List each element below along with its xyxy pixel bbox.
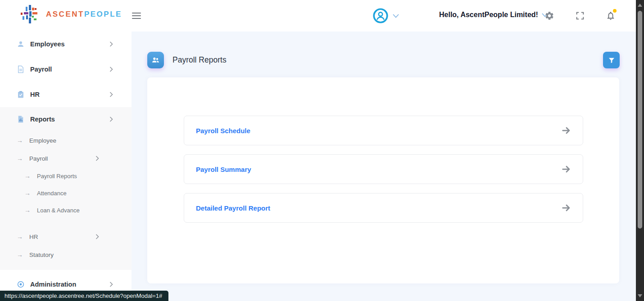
- sidebar-item-label: Employees: [30, 40, 65, 48]
- brand-logo[interactable]: ASCENTPEOPLE: [20, 4, 122, 25]
- sidebar-subitem-label: Loan & Advance: [37, 207, 80, 214]
- sidebar-subitem-attendance[interactable]: → Attendance: [0, 184, 132, 202]
- sidebar-subitem-label: Payroll: [29, 155, 48, 162]
- chevron-right-icon: [109, 41, 113, 47]
- card-link-label[interactable]: Payroll Schedule: [196, 127, 250, 135]
- target-icon: [17, 280, 25, 288]
- card-payroll-schedule[interactable]: Payroll Schedule: [184, 116, 583, 145]
- chevron-right-icon: [95, 234, 99, 239]
- sidebar-subitem-label: Statutory: [29, 252, 54, 258]
- arrow-right-icon: →: [17, 251, 23, 258]
- sidebar-subitem-label: HR: [29, 234, 38, 240]
- greeting-dropdown[interactable]: Hello, AscentPeople Limited!: [439, 11, 548, 19]
- sidebar-subitem-label: Attendance: [37, 190, 67, 197]
- sidebar-subitem-payroll[interactable]: → Payroll: [0, 149, 132, 167]
- sidebar-item-label: Payroll: [30, 66, 52, 73]
- funnel-icon: [608, 57, 615, 64]
- sidebar-item-reports[interactable]: Reports: [0, 107, 132, 131]
- sidebar-item-employees[interactable]: Employees: [0, 31, 132, 57]
- browser-status-url: https://ascentpeople.ascentree.net/Sched…: [0, 291, 168, 301]
- report-card-list: Payroll Schedule Payroll Summary: [147, 77, 619, 223]
- notification-dot: [613, 9, 617, 13]
- user-icon: [17, 40, 25, 48]
- brand-name: ASCENTPEOPLE: [46, 10, 122, 19]
- reports-panel: Payroll Schedule Payroll Summary: [147, 77, 619, 283]
- chevron-right-icon: [109, 67, 113, 72]
- greeting-text: Hello, AscentPeople Limited!: [439, 11, 538, 19]
- notifications-bell-icon[interactable]: [606, 11, 616, 21]
- top-header: ASCENTPEOPLE Hello, AscentPeople Limited…: [0, 0, 636, 31]
- brand-logo-icon: [20, 4, 40, 25]
- sidebar-nav: Employees Payroll HR: [0, 31, 132, 301]
- sidebar-subitem-label: Employee: [29, 137, 56, 144]
- report-chart-icon: [17, 115, 25, 123]
- scroll-up-arrow-icon[interactable]: [638, 4, 642, 7]
- card-payroll-summary[interactable]: Payroll Summary: [184, 154, 583, 184]
- scrollbar-thumb[interactable]: [638, 11, 642, 229]
- main-content: Payroll Reports Payroll Schedule: [132, 31, 636, 301]
- arrow-right-icon: →: [17, 137, 23, 144]
- spacer: [0, 219, 132, 228]
- sidebar-item-label: HR: [30, 91, 40, 98]
- card-link-label[interactable]: Detailed Payroll Report: [196, 204, 270, 212]
- arrow-right-icon: →: [17, 155, 23, 162]
- scroll-down-arrow-icon[interactable]: [638, 294, 642, 297]
- arrow-right-icon[interactable]: [561, 126, 571, 135]
- sidebar-subitem-payroll-reports[interactable]: → Payroll Reports: [0, 167, 132, 184]
- page-header: Payroll Reports: [147, 52, 620, 68]
- sidebar-subitem-employee[interactable]: → Employee: [0, 131, 132, 149]
- settings-gear-icon[interactable]: [544, 11, 554, 21]
- user-avatar-icon: [373, 8, 388, 23]
- clipboard-check-icon: [17, 90, 25, 99]
- fullscreen-icon[interactable]: [575, 11, 585, 21]
- brand-name-people: PEOPLE: [84, 10, 122, 18]
- document-icon: [17, 65, 25, 73]
- chevron-down-icon: [393, 14, 399, 18]
- sidebar-item-label: Reports: [30, 116, 55, 123]
- chevron-right-icon: [109, 92, 113, 97]
- arrow-right-icon[interactable]: [561, 203, 571, 213]
- profile-menu[interactable]: [373, 8, 399, 23]
- sidebar-item-payroll[interactable]: Payroll: [0, 57, 132, 82]
- brand-name-ascent: ASCENT: [46, 10, 84, 18]
- sidebar-subitem-hr[interactable]: → HR: [0, 228, 132, 246]
- card-detailed-payroll-report[interactable]: Detailed Payroll Report: [184, 193, 583, 223]
- chevron-right-icon: [95, 156, 99, 161]
- sidebar-subitem-statutory[interactable]: → Statutory: [0, 246, 132, 264]
- sidebar-reports-section: Reports → Employee → Payroll → Payroll R…: [0, 107, 132, 270]
- page-title: Payroll Reports: [172, 55, 227, 65]
- menu-toggle-icon[interactable]: [132, 13, 141, 19]
- card-link-label[interactable]: Payroll Summary: [196, 166, 251, 173]
- arrow-right-icon: →: [17, 233, 23, 240]
- arrow-right-icon: →: [24, 207, 31, 214]
- app-window: ASCENTPEOPLE Hello, AscentPeople Limited…: [0, 0, 644, 301]
- filter-button[interactable]: [603, 52, 620, 68]
- arrow-right-icon: →: [24, 172, 31, 180]
- people-group-icon: [147, 52, 164, 68]
- sidebar-subitem-loan-advance[interactable]: → Loan & Advance: [0, 202, 132, 219]
- arrow-right-icon[interactable]: [561, 164, 571, 174]
- sidebar-subitem-label: Payroll Reports: [37, 173, 77, 180]
- sidebar-item-hr[interactable]: HR: [0, 82, 132, 107]
- chevron-right-icon: [109, 117, 113, 122]
- arrow-right-icon: →: [24, 189, 31, 197]
- chevron-right-icon: [109, 282, 113, 287]
- sidebar-item-label: Administration: [30, 281, 76, 288]
- vertical-scrollbar[interactable]: [636, 0, 644, 301]
